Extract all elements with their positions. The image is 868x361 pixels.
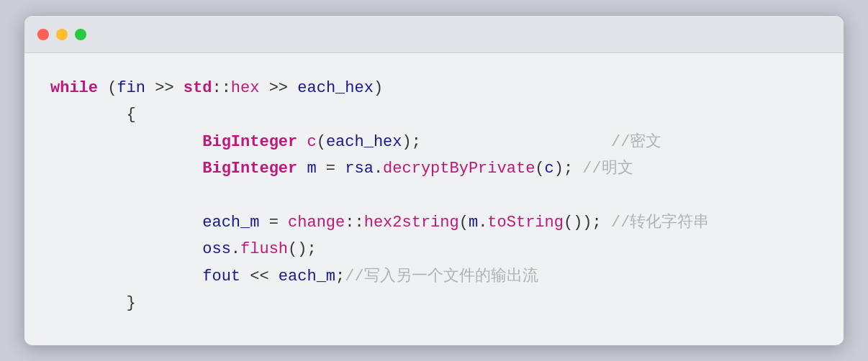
code-line-6: each_m = change::hex2string(m.toString()… — [50, 209, 818, 236]
code-area: while (fin >> std::hex >> each_hex) { Bi… — [24, 53, 844, 343]
code-line-4: BigInteger m = rsa.decryptByPrivate(c); … — [50, 155, 818, 182]
code-window: while (fin >> std::hex >> each_hex) { Bi… — [24, 15, 844, 346]
code-line-8: fout << each_m;//写入另一个文件的输出流 — [50, 263, 818, 290]
minimize-button[interactable] — [56, 29, 68, 40]
code-line-9: } — [50, 290, 818, 316]
maximize-button[interactable] — [75, 29, 86, 40]
code-line-7: oss.flush(); — [50, 236, 818, 262]
close-button[interactable] — [37, 29, 49, 40]
code-line-5 — [50, 183, 818, 209]
code-line-2: { — [50, 101, 818, 128]
code-line-3: BigInteger c(each_hex); //密文 — [50, 129, 818, 155]
code-line-1: while (fin >> std::hex >> each_hex) — [50, 75, 818, 101]
traffic-lights — [37, 29, 86, 40]
titlebar — [24, 16, 844, 53]
